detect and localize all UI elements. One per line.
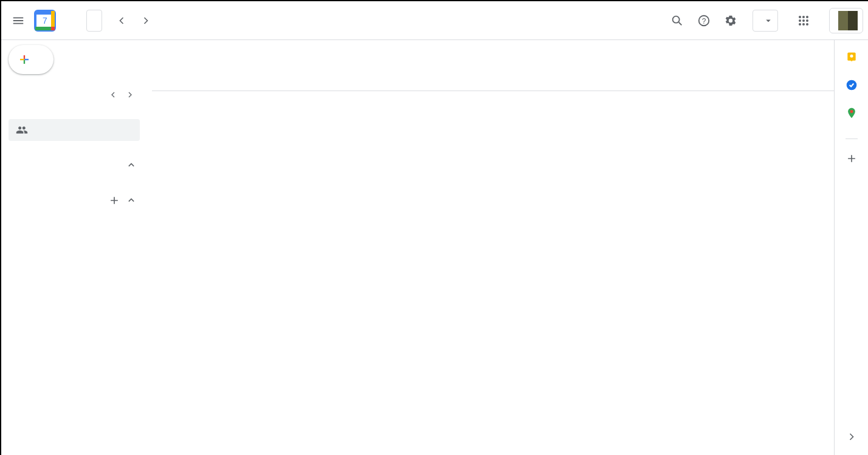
chevron-left-icon	[108, 90, 118, 100]
calendar-grid-scroll[interactable]	[152, 91, 834, 455]
next-period-button[interactable]	[134, 9, 158, 33]
gear-icon	[724, 14, 737, 27]
create-button[interactable]	[9, 45, 53, 74]
chevron-right-icon	[125, 90, 135, 100]
svg-point-21	[850, 110, 853, 113]
chevron-up-icon	[125, 194, 137, 207]
chevron-left-icon	[115, 15, 128, 27]
settings-button[interactable]	[718, 9, 743, 33]
svg-rect-4	[51, 27, 55, 30]
side-panel-maps[interactable]	[846, 107, 858, 121]
search-people-input[interactable]	[9, 119, 140, 141]
svg-point-14	[806, 19, 808, 22]
svg-point-6	[673, 16, 680, 22]
svg-point-15	[799, 23, 801, 26]
mini-prev-month[interactable]	[106, 87, 120, 102]
search-button[interactable]	[665, 9, 689, 33]
svg-point-11	[806, 16, 808, 18]
side-panel-divider	[846, 139, 858, 139]
other-calendars-collapse[interactable]	[125, 194, 137, 209]
chevron-right-icon	[140, 15, 152, 27]
app-logo-block[interactable]: 7	[33, 9, 62, 33]
today-button[interactable]	[86, 10, 102, 32]
keep-icon	[846, 51, 858, 63]
svg-point-19	[850, 55, 853, 58]
search-icon	[670, 14, 684, 27]
people-icon	[16, 124, 28, 136]
plus-icon	[846, 152, 858, 165]
svg-point-12	[799, 19, 801, 22]
week-day-headers	[152, 40, 834, 91]
account-widget[interactable]	[829, 8, 863, 33]
calendar-logo-icon: 7	[33, 9, 57, 33]
chevron-right-icon	[846, 431, 858, 443]
side-panel-add[interactable]	[846, 152, 858, 167]
plus-icon	[108, 194, 120, 207]
svg-text:7: 7	[43, 16, 47, 26]
svg-point-9	[799, 16, 801, 18]
mini-next-month[interactable]	[123, 87, 137, 102]
view-switcher[interactable]	[753, 10, 778, 32]
caret-down-icon	[763, 15, 774, 26]
chevron-up-icon	[125, 159, 137, 171]
add-other-calendar[interactable]	[108, 194, 120, 209]
svg-point-17	[806, 23, 808, 26]
tasks-icon	[846, 79, 858, 91]
prev-period-button[interactable]	[109, 9, 134, 33]
support-button[interactable]: ?	[692, 9, 716, 33]
side-panel-keep[interactable]	[846, 51, 858, 66]
avatar	[838, 11, 858, 30]
side-panel	[834, 40, 868, 455]
my-calendars-collapse[interactable]	[125, 159, 137, 174]
maps-icon	[846, 107, 858, 119]
google-apps-button[interactable]	[791, 9, 816, 33]
side-panel-collapse[interactable]	[846, 431, 858, 445]
svg-point-16	[802, 23, 805, 26]
svg-point-13	[802, 19, 805, 22]
main-menu-button[interactable]	[6, 9, 30, 33]
apps-grid-icon	[798, 15, 809, 26]
svg-point-10	[802, 16, 805, 18]
sidebar	[1, 40, 152, 455]
plus-icon	[16, 51, 33, 68]
svg-text:?: ?	[702, 16, 706, 25]
hamburger-icon	[12, 14, 25, 27]
help-icon: ?	[697, 14, 711, 27]
side-panel-tasks[interactable]	[846, 79, 858, 94]
